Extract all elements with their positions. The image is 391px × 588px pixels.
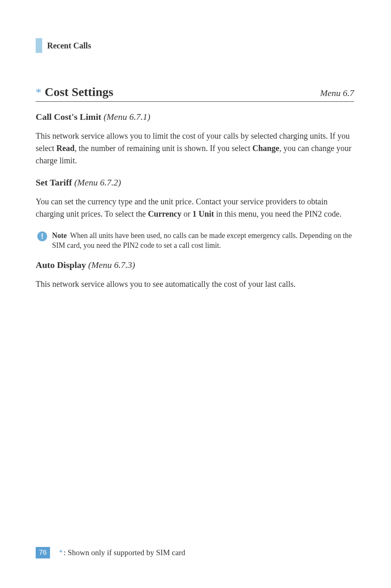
- section-menu-ref: Menu 6.7: [320, 88, 354, 98]
- subsection2-paragraph: You can set the currency type and the un…: [36, 195, 354, 220]
- bold-currency: Currency: [148, 209, 182, 218]
- note-content: NoteWhen all units have been used, no ca…: [52, 231, 354, 251]
- page-footer: 76 * : Shown only if supported by SIM ca…: [36, 547, 185, 558]
- asterisk-icon: *: [36, 87, 41, 98]
- subsection1-heading: Call Cost's Limit (Menu 6.7.1): [36, 112, 354, 122]
- subsection2-title: Set Tariff: [36, 177, 72, 188]
- alert-glyph: !: [41, 232, 43, 241]
- bold-change: Change: [252, 144, 280, 153]
- bold-read: Read: [57, 144, 75, 153]
- text-fragment: , the number of remaining unit is shown.…: [75, 144, 252, 153]
- subsection1-paragraph: This network service allows you to limit…: [36, 130, 354, 167]
- bold-1unit: 1 Unit: [192, 209, 214, 218]
- text-fragment: in this menu, you need the PIN2 code.: [214, 209, 341, 218]
- subsection3-title: Auto Display: [36, 260, 86, 270]
- note-label: Note: [52, 231, 67, 240]
- subsection1-menu-ref: (Menu 6.7.1): [104, 112, 150, 122]
- subsection2-heading: Set Tariff (Menu 6.7.2): [36, 177, 354, 188]
- section-heading: * Cost Settings Menu 6.7: [36, 85, 354, 102]
- subsection2-menu-ref: (Menu 6.7.2): [74, 177, 121, 188]
- note-text: When all units have been used, no calls …: [52, 231, 352, 249]
- page-number: 76: [36, 547, 50, 558]
- subsection3-paragraph: This network service allows you to see a…: [36, 278, 354, 290]
- breadcrumb-title: Recent Calls: [47, 41, 91, 50]
- subsection1-title: Call Cost's Limit: [36, 112, 101, 122]
- section-title: Cost Settings: [45, 85, 114, 99]
- section-heading-left: * Cost Settings: [36, 85, 114, 99]
- note-block: ! NoteWhen all units have been used, no …: [36, 231, 354, 251]
- footer-asterisk-icon: *: [59, 549, 63, 557]
- footer-text: : Shown only if supported by SIM card: [64, 548, 185, 557]
- breadcrumb-marker: [36, 38, 42, 53]
- subsection3-heading: Auto Display (Menu 6.7.3): [36, 260, 354, 270]
- text-fragment: or: [182, 209, 193, 218]
- subsection3-menu-ref: (Menu 6.7.3): [88, 260, 135, 270]
- breadcrumb: Recent Calls: [36, 38, 354, 53]
- alert-icon: !: [37, 231, 47, 241]
